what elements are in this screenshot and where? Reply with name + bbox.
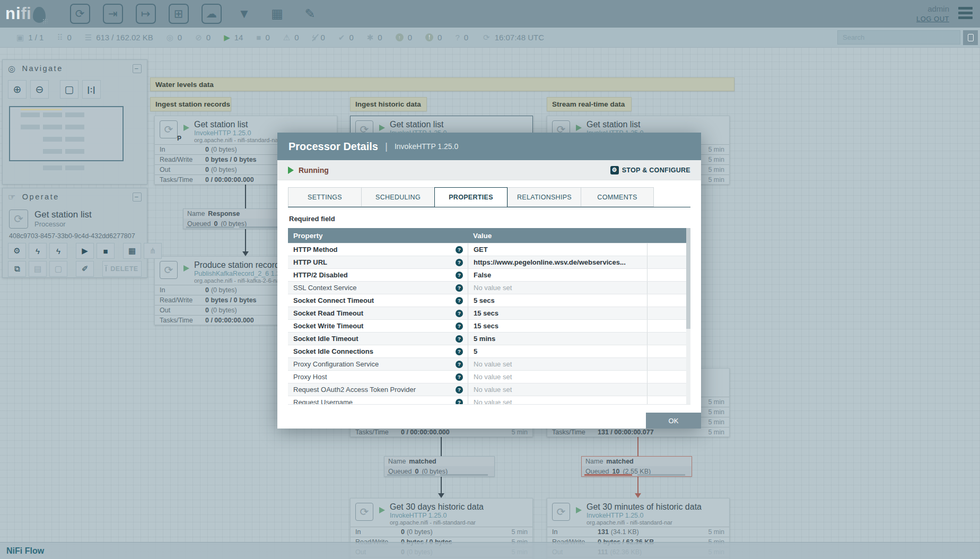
output-port-drag-icon[interactable]: ↦ bbox=[136, 4, 156, 24]
processor-bundle: org.apache.nifi - nifi-standard-nar bbox=[194, 137, 280, 143]
help-icon[interactable]: ? bbox=[456, 272, 463, 279]
processor-bundle: org.apache.nifi - nifi-standard-nar bbox=[587, 519, 702, 526]
create-template-button[interactable]: ▦ bbox=[123, 243, 141, 259]
zoom-out-button[interactable]: ⊖ bbox=[30, 80, 49, 99]
refresh-status-button[interactable]: ⟳16:07:48 UTC bbox=[483, 33, 544, 42]
zoom-in-button[interactable]: ⊕ bbox=[8, 80, 27, 99]
help-icon[interactable]: ? bbox=[456, 322, 463, 330]
queue-bytes-bar bbox=[637, 474, 685, 476]
collapse-navigate-button[interactable]: − bbox=[133, 64, 142, 73]
properties-table-header: Property Value bbox=[288, 228, 690, 243]
label-ingest-historic-data[interactable]: Ingest historic data bbox=[350, 97, 427, 111]
not-transmitting-status: ⊘0 bbox=[195, 33, 211, 42]
tab-settings[interactable]: SETTINGS bbox=[288, 187, 361, 207]
sync-failure-status: ?0 bbox=[455, 33, 468, 42]
locally-modified-status: ✱0 bbox=[367, 33, 382, 42]
property-row: HTTP URL?https://www.pegelonline.wsv.de/… bbox=[288, 256, 690, 268]
label-ingest-station-records[interactable]: Ingest station records bbox=[150, 97, 231, 111]
trash-icon bbox=[106, 266, 107, 272]
cluster-icon: ▣ bbox=[16, 33, 24, 41]
zoom-actual-size-button[interactable]: |:| bbox=[82, 80, 101, 99]
total-queued-status: ☰613 / 162.02 KB bbox=[85, 33, 153, 42]
running-indicator-icon bbox=[183, 265, 189, 272]
dialog-title: Processor Details bbox=[288, 141, 378, 153]
help-icon[interactable]: ? bbox=[456, 284, 463, 292]
fill-color-button[interactable]: ✐ bbox=[76, 261, 94, 277]
label-stream-real-time-data[interactable]: Stream real-time data bbox=[547, 97, 632, 111]
running-status-icon bbox=[288, 167, 294, 174]
minimap-label-bar bbox=[21, 109, 62, 110]
help-icon[interactable]: ? bbox=[456, 335, 463, 343]
help-icon[interactable]: ? bbox=[456, 386, 463, 394]
locally-modified-and-stale-status: !0 bbox=[425, 33, 442, 42]
running-icon: ▶ bbox=[224, 33, 230, 41]
property-row: Proxy Configuration Service?No value set bbox=[288, 357, 690, 370]
stat-in: In131(34.1 KB)5 min bbox=[547, 527, 729, 537]
help-icon[interactable]: ? bbox=[456, 297, 463, 304]
processor-details-dialog: Processor Details | InvokeHTTP 1.25.0 Ru… bbox=[277, 133, 701, 429]
selected-component-name: Get station list bbox=[34, 209, 92, 220]
help-icon[interactable]: ? bbox=[456, 399, 463, 405]
template-drag-icon[interactable]: ▦ bbox=[267, 4, 287, 24]
help-icon[interactable]: ? bbox=[456, 259, 463, 266]
processor-icon: ⟳ bbox=[552, 503, 570, 521]
stat-in: In0(0 bytes)5 min bbox=[351, 527, 532, 537]
processor-name: Get station list bbox=[390, 120, 476, 129]
global-menu-icon[interactable] bbox=[958, 7, 973, 19]
help-icon[interactable]: ? bbox=[456, 246, 463, 254]
processor-name: Get station list bbox=[587, 120, 672, 129]
component-toolbar: ⟳ ⇥ ↦ ⊞ ☁ ▼ ▦ ✎ bbox=[70, 4, 320, 24]
process-group-drag-icon[interactable]: ⊞ bbox=[169, 4, 189, 24]
connection-label-matched-2[interactable]: Namematched Queued10(2.55 KB) bbox=[581, 456, 692, 477]
remote-process-group-drag-icon[interactable]: ☁ bbox=[202, 4, 222, 24]
queued-icon: ☰ bbox=[85, 33, 92, 41]
bulletin-board-button[interactable] bbox=[963, 30, 978, 45]
processor-icon: ⟳P bbox=[160, 120, 178, 138]
delete-button: DELETE bbox=[102, 261, 142, 277]
property-row: Socket Write Timeout?15 secs bbox=[288, 319, 690, 332]
table-scrollbar[interactable] bbox=[686, 228, 690, 404]
up-to-date-icon: ✔ bbox=[338, 33, 345, 41]
ok-button[interactable]: OK bbox=[646, 413, 701, 429]
help-icon[interactable]: ? bbox=[456, 361, 463, 368]
copy-button[interactable]: ⧉ bbox=[8, 261, 26, 277]
collapse-operate-button[interactable]: − bbox=[133, 193, 142, 202]
label-drag-icon[interactable]: ✎ bbox=[300, 4, 320, 24]
input-port-drag-icon[interactable]: ⇥ bbox=[103, 4, 123, 24]
help-icon[interactable]: ? bbox=[456, 373, 463, 381]
funnel-drag-icon[interactable]: ▼ bbox=[234, 4, 255, 24]
zoom-fit-button[interactable]: ▢ bbox=[60, 80, 78, 99]
search-input[interactable] bbox=[837, 30, 960, 45]
not-transmitting-icon: ⊘ bbox=[195, 33, 202, 41]
help-icon[interactable]: ? bbox=[456, 348, 463, 355]
breadcrumb-nifi-flow[interactable]: NiFi Flow bbox=[6, 546, 44, 556]
tab-relationships[interactable]: RELATIONSHIPS bbox=[508, 187, 581, 207]
tab-scheduling[interactable]: SCHEDULING bbox=[361, 187, 434, 207]
scrollbar-thumb[interactable] bbox=[686, 228, 690, 329]
help-icon[interactable]: ? bbox=[456, 310, 463, 317]
logout-link[interactable]: LOG OUT bbox=[916, 14, 949, 24]
tab-comments[interactable]: COMMENTS bbox=[581, 187, 654, 207]
start-button[interactable]: ▶ bbox=[76, 243, 94, 259]
stop-button[interactable]: ■ bbox=[97, 243, 115, 259]
properties-table: Property Value HTTP Method?GET HTTP URL?… bbox=[288, 228, 690, 405]
connection-arrowhead bbox=[438, 493, 444, 498]
processor-drag-icon[interactable]: ⟳ bbox=[70, 4, 90, 24]
disable-button[interactable]: ϟ bbox=[49, 243, 67, 259]
configure-button[interactable]: ⚙ bbox=[8, 243, 26, 259]
running-indicator-icon bbox=[379, 125, 385, 131]
minimap-overflow bbox=[9, 164, 124, 180]
active-threads-status: ⠿0 bbox=[57, 33, 71, 42]
label-water-levels-data[interactable]: Water levels data bbox=[150, 77, 734, 91]
tab-properties[interactable]: PROPERTIES bbox=[434, 187, 508, 207]
processor-name: Produce station records bbox=[194, 260, 284, 270]
modified-stale-icon: ! bbox=[425, 33, 433, 41]
enable-button[interactable]: ϟ bbox=[29, 243, 47, 259]
paste-button: ▤ bbox=[29, 261, 47, 277]
required-field-note: Required field bbox=[289, 215, 689, 223]
stop-and-configure-button[interactable]: ⚙ STOP & CONFIGURE bbox=[610, 166, 690, 174]
nifi-drop-icon bbox=[33, 7, 46, 23]
birdseye-minimap[interactable] bbox=[9, 106, 124, 161]
connection-label-matched-1[interactable]: Namematched Queued0(0 bytes) bbox=[384, 456, 495, 477]
dialog-tabs: SETTINGS SCHEDULING PROPERTIES RELATIONS… bbox=[288, 187, 690, 207]
